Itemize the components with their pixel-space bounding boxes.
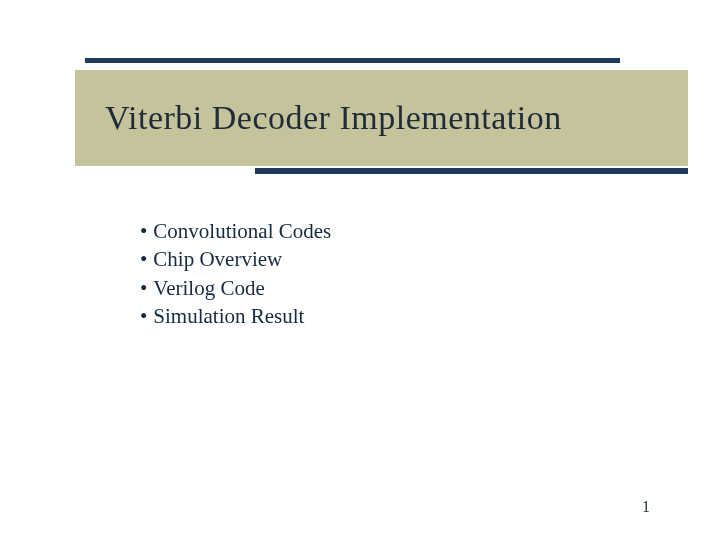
bullet-list: • Convolutional Codes • Chip Overview • … <box>140 218 660 331</box>
bullet-text: Verilog Code <box>153 275 264 302</box>
title-top-rule <box>85 58 620 63</box>
title-bottom-rule <box>255 168 688 174</box>
list-item: • Chip Overview <box>140 246 660 273</box>
list-item: • Convolutional Codes <box>140 218 660 245</box>
bullet-icon: • <box>140 246 147 273</box>
list-item: • Verilog Code <box>140 275 660 302</box>
bullet-icon: • <box>140 218 147 245</box>
bullet-text: Convolutional Codes <box>153 218 331 245</box>
slide-title: Viterbi Decoder Implementation <box>105 99 562 137</box>
list-item: • Simulation Result <box>140 303 660 330</box>
title-container: Viterbi Decoder Implementation <box>75 70 688 166</box>
bullet-icon: • <box>140 303 147 330</box>
bullet-text: Chip Overview <box>153 246 282 273</box>
page-number: 1 <box>642 498 650 516</box>
bullet-icon: • <box>140 275 147 302</box>
bullet-text: Simulation Result <box>153 303 304 330</box>
